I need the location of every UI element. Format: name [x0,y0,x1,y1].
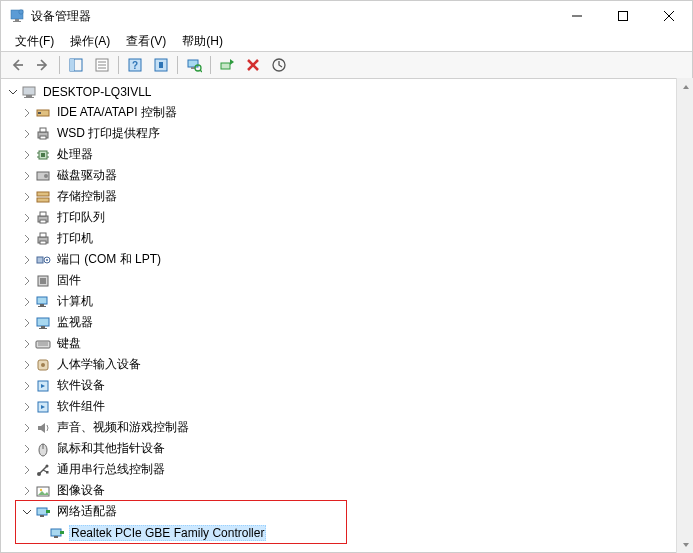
tree-category-label: 打印机 [55,229,95,248]
tree-category[interactable]: 监视器 [1,312,692,333]
help-button[interactable]: ? [123,54,147,76]
chevron-right-icon[interactable] [19,399,35,415]
svg-point-73 [46,464,49,467]
chevron-down-icon[interactable] [5,84,21,100]
svg-rect-29 [24,97,34,98]
chevron-right-icon[interactable] [19,294,35,310]
svg-text:?: ? [132,60,138,71]
chevron-right-icon[interactable] [19,441,35,457]
tree-category[interactable]: 软件组件 [1,396,692,417]
svg-rect-46 [40,212,46,216]
chevron-right-icon[interactable] [19,336,35,352]
menubar: 文件(F) 操作(A) 查看(V) 帮助(H) [1,31,692,51]
chevron-right-icon[interactable] [19,231,35,247]
tree-category[interactable]: 打印队列 [1,207,692,228]
chevron-right-icon[interactable] [19,252,35,268]
tree-root[interactable]: DESKTOP-LQ3IVLL [1,81,692,102]
chevron-right-icon[interactable] [19,315,35,331]
chevron-down-icon[interactable] [19,504,35,520]
tree-device-selected[interactable]: Realtek PCIe GBE Family Controller [1,522,692,543]
action-button[interactable] [149,54,173,76]
app-icon [9,8,25,24]
svg-rect-28 [26,95,32,97]
svg-rect-18 [159,62,163,68]
chevron-right-icon[interactable] [19,483,35,499]
svg-rect-79 [40,515,44,517]
minimize-button[interactable] [554,1,600,31]
svg-rect-49 [40,233,46,237]
scan-hardware-button[interactable] [182,54,206,76]
chevron-right-icon[interactable] [19,357,35,373]
svg-point-3 [19,10,23,14]
tree-category[interactable]: 计算机 [1,291,692,312]
chevron-right-icon[interactable] [19,210,35,226]
forward-button[interactable] [31,54,55,76]
tree-category-label: 端口 (COM 和 LPT) [55,250,163,269]
tree-category-network[interactable]: 网络适配器 [1,501,692,522]
tree-category[interactable]: 存储控制器 [1,186,692,207]
menu-action[interactable]: 操作(A) [62,31,118,52]
tree-category[interactable]: 处理器 [1,144,692,165]
chevron-right-icon[interactable] [19,126,35,142]
storage-icon [35,189,51,205]
tree-category[interactable]: 声音、视频和游戏控制器 [1,417,692,438]
svg-rect-10 [70,59,74,71]
tree-category-label: 计算机 [55,292,95,311]
svg-rect-58 [38,306,46,307]
svg-rect-78 [37,508,47,515]
tree-category[interactable]: 键盘 [1,333,692,354]
back-button[interactable] [5,54,29,76]
tree-category[interactable]: 软件设备 [1,375,692,396]
close-button[interactable] [646,1,692,31]
image-icon [35,483,51,499]
svg-rect-82 [54,536,58,538]
svg-rect-36 [41,153,45,157]
tree-category[interactable]: 鼠标和其他指针设备 [1,438,692,459]
enable-device-button[interactable] [215,54,239,76]
scroll-up-icon[interactable] [677,78,693,95]
tree-category[interactable]: IDE ATA/ATAPI 控制器 [1,102,692,123]
svg-rect-33 [40,128,46,132]
chevron-right-icon[interactable] [19,105,35,121]
printer2-icon [35,231,51,247]
tree-category[interactable]: 通用串行总线控制器 [1,459,692,480]
show-hide-tree-button[interactable] [64,54,88,76]
device-tree[interactable]: DESKTOP-LQ3IVLL IDE ATA/ATAPI 控制器WSD 打印提… [1,79,692,552]
vertical-scrollbar[interactable] [676,78,693,553]
tree-category[interactable]: 图像设备 [1,480,692,501]
menu-help[interactable]: 帮助(H) [174,31,231,52]
uninstall-device-button[interactable] [241,54,265,76]
cpu-icon [35,147,51,163]
chevron-right-icon[interactable] [19,378,35,394]
properties-button[interactable] [90,54,114,76]
chevron-right-icon[interactable] [19,462,35,478]
tree-category-label: 打印队列 [55,208,107,227]
tree-category-label: WSD 打印提供程序 [55,124,162,143]
svg-line-22 [200,70,202,72]
svg-rect-59 [37,318,49,326]
chevron-right-icon[interactable] [19,273,35,289]
tree-category[interactable]: 打印机 [1,228,692,249]
scroll-down-icon[interactable] [677,536,693,553]
svg-rect-47 [40,220,46,223]
svg-rect-61 [39,328,47,329]
tree-category-label: 磁盘驱动器 [55,166,119,185]
disk-icon [35,168,51,184]
menu-file[interactable]: 文件(F) [7,31,62,52]
tree-category[interactable]: 磁盘驱动器 [1,165,692,186]
tree-category[interactable]: WSD 打印提供程序 [1,123,692,144]
software2-icon [35,399,51,415]
chevron-right-icon[interactable] [19,420,35,436]
chevron-right-icon[interactable] [19,147,35,163]
maximize-button[interactable] [600,1,646,31]
tree-category[interactable]: 固件 [1,270,692,291]
tree-category[interactable]: 端口 (COM 和 LPT) [1,249,692,270]
network-adapter-icon [49,525,65,541]
svg-rect-51 [37,257,43,263]
chevron-right-icon[interactable] [19,168,35,184]
chevron-right-icon[interactable] [19,189,35,205]
tree-category-label: 声音、视频和游戏控制器 [55,418,191,437]
update-driver-button[interactable] [267,54,291,76]
tree-category[interactable]: 人体学输入设备 [1,354,692,375]
menu-view[interactable]: 查看(V) [118,31,174,52]
